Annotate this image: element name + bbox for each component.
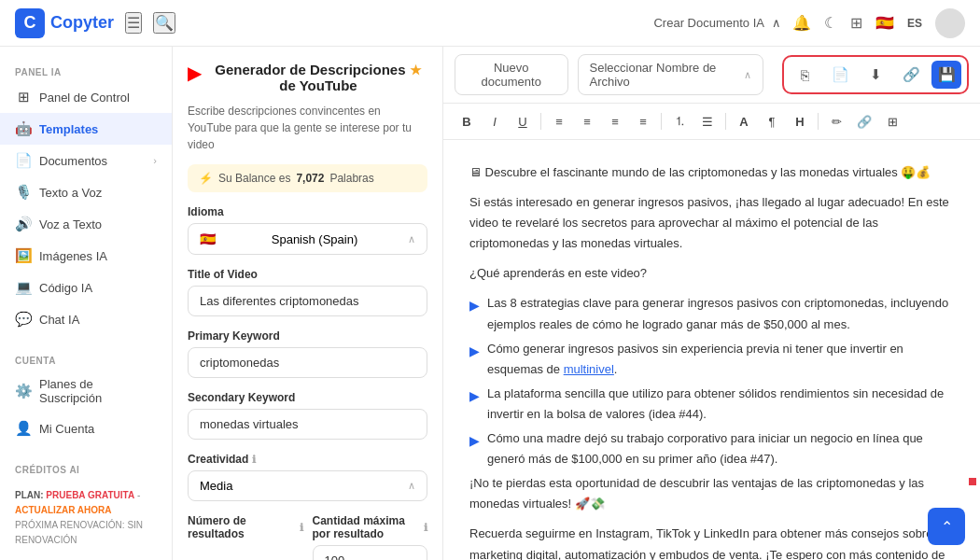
moon-icon[interactable]: ☾: [824, 14, 837, 32]
bullet-icon-3: ▶: [469, 385, 480, 425]
yt-icon: ▶: [188, 62, 202, 84]
speaker-icon: 🔊: [15, 216, 32, 232]
upgrade-link[interactable]: ACTUALIZAR AHORA: [15, 505, 112, 515]
primary-kw-input[interactable]: [188, 347, 427, 378]
balance-amount: 7,072: [296, 172, 324, 185]
underline-button[interactable]: U: [511, 109, 535, 133]
bullet-item-1: ▶ Las 8 estrategias clave para generar i…: [469, 293, 954, 334]
title-field: Title of Video: [188, 268, 427, 316]
download-button[interactable]: ⬇: [861, 61, 890, 89]
language-label[interactable]: ES: [907, 17, 922, 30]
balance-suffix: Palabras: [329, 172, 373, 185]
balance-prefix: Su Balance es: [218, 172, 290, 185]
middle-panel: ▶ Generador de Descripciones ★ de YouTub…: [173, 47, 443, 560]
title-label: Title of Video: [188, 268, 427, 281]
title-input[interactable]: [188, 286, 427, 316]
hamburger-icon[interactable]: ☰: [125, 12, 142, 34]
table-button[interactable]: ⊞: [880, 109, 904, 133]
max-qty-field: Cantidad máxima por resultado ℹ: [313, 514, 428, 560]
idioma-select[interactable]: 🇪🇸 Spanish (Spain) ∧: [188, 223, 427, 255]
list-ol-button[interactable]: ⒈: [667, 109, 692, 133]
main-layout: PANEL IA ⊞ Panel de Control 🤖 Templates …: [0, 47, 980, 560]
sidebar-item-label: Código IA: [39, 281, 92, 295]
back-to-top-button[interactable]: ⌃: [928, 508, 965, 545]
sidebar-item-imagenes[interactable]: 🖼️ Imágenes IA: [0, 240, 172, 272]
cuenta-label: CUENTA: [0, 346, 172, 370]
font-size-button[interactable]: A: [732, 109, 756, 133]
sidebar-item-texto-voz[interactable]: 🎙️ Texto a Voz: [0, 176, 172, 208]
justify-button[interactable]: ≡: [631, 109, 655, 133]
sidebar-item-codigo[interactable]: 💻 Código IA: [0, 272, 172, 303]
editor-content[interactable]: 🖥 Descubre el fascinante mundo de las cr…: [443, 140, 980, 560]
create-doc-area[interactable]: Crear Documento IA ∧: [653, 16, 781, 30]
idioma-field: Idioma 🇪🇸 Spanish (Spain) ∧: [188, 205, 427, 255]
creativity-label: Creatividad ℹ: [188, 453, 427, 466]
grid-icon: ⊞: [15, 89, 32, 105]
save-dropdown[interactable]: Seleccionar Nombre de Archivo ∧: [578, 54, 764, 95]
multinivel-link[interactable]: multinivel: [564, 362, 614, 376]
code-icon: 💻: [15, 279, 32, 296]
editor-para-end1: ¡No te pierdas esta oportunidad de descu…: [469, 473, 954, 514]
creativity-info-icon: ℹ: [252, 454, 256, 466]
toolbar-divider-2: [661, 113, 662, 130]
secondary-kw-label: Secondary Keyword: [188, 391, 427, 404]
max-qty-input[interactable]: [313, 545, 428, 560]
max-qty-label: Cantidad máxima por resultado ℹ: [313, 514, 428, 540]
editor-para-1: 🖥 Descubre el fascinante mundo de las cr…: [469, 162, 954, 183]
save-file-button[interactable]: 💾: [931, 61, 961, 89]
avatar[interactable]: [935, 8, 965, 38]
num-results-info-icon: ℹ: [300, 522, 303, 534]
secondary-kw-field: Secondary Keyword: [188, 391, 427, 440]
export-button[interactable]: 📄: [825, 61, 855, 89]
tool-description: Escribe descripciones convincentes en Yo…: [188, 103, 427, 153]
editor-para-2: Si estás interesado en generar ingresos …: [469, 192, 954, 254]
bold-button[interactable]: B: [455, 109, 479, 133]
sidebar-item-chat[interactable]: 💬 Chat IA: [0, 303, 172, 335]
balance-box: ⚡ Su Balance es 7,072 Palabras: [188, 164, 427, 192]
sidebar-item-documentos[interactable]: 📄 Documentos ›: [0, 145, 172, 176]
tool-header: ▶ Generador de Descripciones ★ de YouTub…: [188, 62, 427, 93]
align-right-button[interactable]: ≡: [603, 109, 627, 133]
separator: -: [137, 490, 140, 500]
align-center-button[interactable]: ≡: [575, 109, 599, 133]
sidebar-item-label: Panel de Control: [39, 91, 130, 105]
sidebar-item-templates[interactable]: 🤖 Templates: [0, 113, 172, 145]
num-results-label: Número de resultados ℹ: [188, 514, 303, 540]
idioma-label: Idioma: [188, 205, 427, 218]
renovacion-text: PRÓXIMA RENOVACIÓN: SIN RENOVACIÓN: [15, 520, 143, 545]
app-logo[interactable]: C Copyter: [15, 8, 114, 38]
align-left-button[interactable]: ≡: [547, 109, 571, 133]
sidebar-item-mi-cuenta[interactable]: 👤 Mi Cuenta: [0, 413, 172, 444]
sidebar-item-voz-texto[interactable]: 🔊 Voz a Texto: [0, 208, 172, 240]
italic-button[interactable]: I: [483, 109, 507, 133]
sidebar-item-label: Chat IA: [39, 313, 79, 327]
sidebar-item-label: Documentos: [39, 154, 107, 168]
search-icon[interactable]: 🔍: [153, 12, 175, 34]
sidebar-item-label: Mi Cuenta: [39, 422, 94, 436]
primary-kw-field: Primary Keyword: [188, 329, 427, 378]
list-ul-button[interactable]: ☰: [695, 109, 720, 133]
plan-text: PLAN:: [15, 490, 44, 500]
creativity-select[interactable]: Media ∧: [188, 470, 427, 501]
plan-name[interactable]: PRUEBA GRATUITA: [46, 490, 134, 500]
creativity-chevron: ∧: [408, 480, 415, 492]
link-button[interactable]: 🔗: [852, 109, 876, 133]
pen-button[interactable]: ✏: [824, 109, 848, 133]
toolbar-divider-4: [818, 113, 819, 130]
grid-icon[interactable]: ⊞: [850, 14, 862, 32]
heading-button[interactable]: H: [788, 109, 812, 133]
chevron-up-icon: ∧: [408, 233, 415, 245]
bullet-icon-4: ▶: [469, 430, 480, 469]
share-button[interactable]: 🔗: [896, 61, 926, 89]
sidebar-item-panel-control[interactable]: ⊞ Panel de Control: [0, 81, 172, 113]
secondary-kw-input[interactable]: [188, 409, 427, 440]
bell-icon[interactable]: 🔔: [792, 14, 811, 32]
paragraph-button[interactable]: ¶: [760, 109, 784, 133]
sidebar-item-planes[interactable]: ⚙️ Planes de Suscripción: [0, 370, 172, 413]
flag-icon: 🇪🇸: [875, 14, 894, 32]
max-qty-info-icon: ℹ: [424, 522, 427, 534]
chevron-right-icon: ›: [153, 155, 157, 166]
doc-name-button[interactable]: Nuevo documento: [455, 54, 568, 95]
copy-button[interactable]: ⎘: [790, 61, 819, 89]
row-fields: Número de resultados ℹ Cantidad máxima p…: [188, 514, 427, 560]
